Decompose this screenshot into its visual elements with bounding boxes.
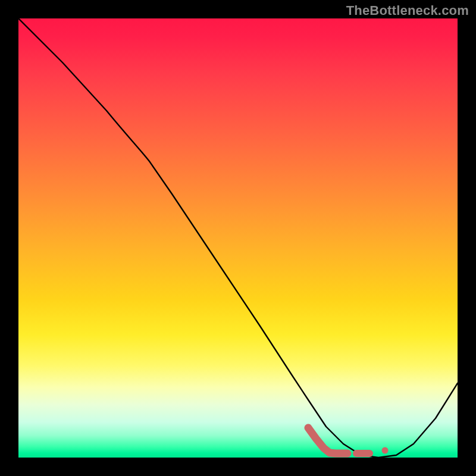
- curve-layer: [18, 18, 458, 458]
- highlight-l-stroke: [308, 428, 347, 453]
- plot-area: [18, 18, 458, 458]
- main-curve: [18, 18, 458, 458]
- chart-frame: TheBottleneck.com: [0, 0, 476, 476]
- highlight-dot-b: [382, 447, 389, 454]
- watermark-text: TheBottleneck.com: [346, 3, 469, 18]
